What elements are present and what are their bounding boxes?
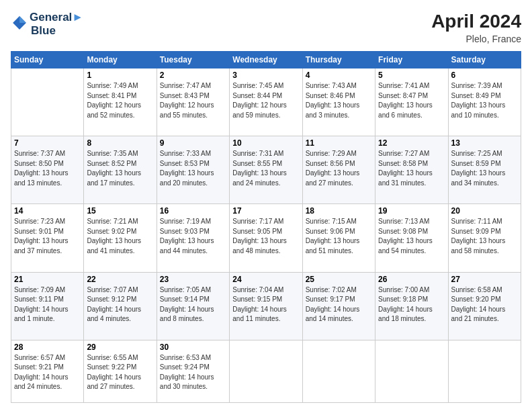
col-friday: Friday [375, 52, 448, 68]
day-number: 21 [14, 275, 81, 284]
day-number: 26 [378, 275, 445, 284]
day-info: Sunrise: 6:58 AM Sunset: 9:20 PM Dayligh… [451, 285, 518, 324]
day-info: Sunrise: 7:37 AM Sunset: 8:50 PM Dayligh… [14, 149, 81, 188]
table-row: 21Sunrise: 7:09 AM Sunset: 9:11 PM Dayli… [11, 272, 84, 340]
table-row: 13Sunrise: 7:25 AM Sunset: 8:59 PM Dayli… [448, 136, 521, 204]
table-row: 9Sunrise: 7:33 AM Sunset: 8:53 PM Daylig… [157, 136, 229, 204]
day-number: 22 [87, 275, 153, 284]
day-info: Sunrise: 6:55 AM Sunset: 9:22 PM Dayligh… [87, 353, 153, 392]
col-sunday: Sunday [11, 52, 84, 68]
day-number: 2 [160, 71, 226, 80]
day-info: Sunrise: 7:29 AM Sunset: 8:56 PM Dayligh… [306, 149, 372, 188]
day-info: Sunrise: 7:25 AM Sunset: 8:59 PM Dayligh… [451, 149, 518, 188]
day-info: Sunrise: 7:02 AM Sunset: 9:17 PM Dayligh… [306, 285, 372, 324]
table-row [230, 340, 302, 402]
table-row [11, 68, 84, 136]
table-row: 24Sunrise: 7:04 AM Sunset: 9:15 PM Dayli… [230, 272, 302, 340]
day-number: 20 [451, 206, 518, 216]
svg-marker-1 [19, 16, 26, 23]
day-number: 1 [87, 71, 153, 80]
day-number: 23 [160, 275, 226, 284]
day-info: Sunrise: 7:00 AM Sunset: 9:18 PM Dayligh… [378, 285, 445, 324]
header: General► Blue April 2024 Plelo, France [11, 11, 521, 44]
day-number: 4 [306, 71, 372, 80]
table-row [375, 340, 448, 402]
day-number: 3 [232, 71, 299, 80]
table-row: 6Sunrise: 7:39 AM Sunset: 8:49 PM Daylig… [448, 68, 521, 136]
day-number: 25 [306, 275, 372, 284]
day-info: Sunrise: 7:43 AM Sunset: 8:46 PM Dayligh… [306, 81, 372, 120]
table-row: 22Sunrise: 7:07 AM Sunset: 9:12 PM Dayli… [84, 272, 157, 340]
table-row: 25Sunrise: 7:02 AM Sunset: 9:17 PM Dayli… [302, 272, 375, 340]
table-row: 17Sunrise: 7:17 AM Sunset: 9:05 PM Dayli… [230, 204, 302, 272]
table-row: 29Sunrise: 6:55 AM Sunset: 9:22 PM Dayli… [84, 340, 157, 402]
day-info: Sunrise: 7:07 AM Sunset: 9:12 PM Dayligh… [87, 285, 153, 324]
day-number: 12 [378, 138, 445, 148]
day-number: 15 [87, 206, 153, 216]
day-info: Sunrise: 7:15 AM Sunset: 9:06 PM Dayligh… [306, 217, 372, 256]
table-row: 23Sunrise: 7:05 AM Sunset: 9:14 PM Dayli… [157, 272, 229, 340]
day-info: Sunrise: 7:45 AM Sunset: 8:44 PM Dayligh… [232, 81, 299, 120]
day-info: Sunrise: 6:53 AM Sunset: 9:24 PM Dayligh… [160, 353, 226, 392]
day-number: 13 [451, 138, 518, 148]
table-row: 14Sunrise: 7:23 AM Sunset: 9:01 PM Dayli… [11, 204, 84, 272]
day-info: Sunrise: 7:27 AM Sunset: 8:58 PM Dayligh… [378, 149, 445, 188]
day-number: 5 [378, 71, 445, 80]
table-row: 12Sunrise: 7:27 AM Sunset: 8:58 PM Dayli… [375, 136, 448, 204]
day-number: 7 [14, 138, 81, 148]
day-info: Sunrise: 7:23 AM Sunset: 9:01 PM Dayligh… [14, 217, 81, 256]
day-info: Sunrise: 7:05 AM Sunset: 9:14 PM Dayligh… [160, 285, 226, 324]
day-number: 28 [14, 342, 81, 352]
location: Plelo, France [431, 34, 521, 44]
table-row: 10Sunrise: 7:31 AM Sunset: 8:55 PM Dayli… [230, 136, 302, 204]
day-info: Sunrise: 7:13 AM Sunset: 9:08 PM Dayligh… [378, 217, 445, 256]
day-number: 9 [160, 138, 226, 148]
table-row [448, 340, 521, 402]
day-number: 16 [160, 206, 226, 216]
col-wednesday: Wednesday [230, 52, 302, 68]
col-tuesday: Tuesday [157, 52, 229, 68]
day-number: 19 [378, 206, 445, 216]
table-row: 8Sunrise: 7:35 AM Sunset: 8:52 PM Daylig… [84, 136, 157, 204]
calendar-table: Sunday Monday Tuesday Wednesday Thursday… [11, 51, 521, 403]
table-row: 5Sunrise: 7:41 AM Sunset: 8:47 PM Daylig… [375, 68, 448, 136]
table-row: 4Sunrise: 7:43 AM Sunset: 8:46 PM Daylig… [302, 68, 375, 136]
table-row: 19Sunrise: 7:13 AM Sunset: 9:08 PM Dayli… [375, 204, 448, 272]
table-row: 7Sunrise: 7:37 AM Sunset: 8:50 PM Daylig… [11, 136, 84, 204]
day-info: Sunrise: 7:11 AM Sunset: 9:09 PM Dayligh… [451, 217, 518, 256]
day-number: 24 [232, 275, 299, 284]
table-row: 26Sunrise: 7:00 AM Sunset: 9:18 PM Dayli… [375, 272, 448, 340]
logo-text-line1: General► [30, 11, 83, 24]
col-thursday: Thursday [302, 52, 375, 68]
table-row: 16Sunrise: 7:19 AM Sunset: 9:03 PM Dayli… [157, 204, 229, 272]
day-info: Sunrise: 7:21 AM Sunset: 9:02 PM Dayligh… [87, 217, 153, 256]
table-row: 30Sunrise: 6:53 AM Sunset: 9:24 PM Dayli… [157, 340, 229, 402]
day-info: Sunrise: 7:39 AM Sunset: 8:49 PM Dayligh… [451, 81, 518, 120]
logo: General► Blue [11, 11, 83, 37]
day-number: 10 [232, 138, 299, 148]
day-number: 8 [87, 138, 153, 148]
table-row: 3Sunrise: 7:45 AM Sunset: 8:44 PM Daylig… [230, 68, 302, 136]
table-row: 2Sunrise: 7:47 AM Sunset: 8:43 PM Daylig… [157, 68, 229, 136]
day-info: Sunrise: 7:17 AM Sunset: 9:05 PM Dayligh… [232, 217, 299, 256]
title-block: April 2024 Plelo, France [431, 11, 521, 44]
day-number: 17 [232, 206, 299, 216]
day-number: 18 [306, 206, 372, 216]
table-row: 11Sunrise: 7:29 AM Sunset: 8:56 PM Dayli… [302, 136, 375, 204]
table-row: 15Sunrise: 7:21 AM Sunset: 9:02 PM Dayli… [84, 204, 157, 272]
day-info: Sunrise: 7:49 AM Sunset: 8:41 PM Dayligh… [87, 81, 153, 120]
logo-text-line2: Blue [31, 24, 83, 38]
table-row: 28Sunrise: 6:57 AM Sunset: 9:21 PM Dayli… [11, 340, 84, 402]
table-row: 1Sunrise: 7:49 AM Sunset: 8:41 PM Daylig… [84, 68, 157, 136]
day-info: Sunrise: 6:57 AM Sunset: 9:21 PM Dayligh… [14, 353, 81, 392]
table-row: 20Sunrise: 7:11 AM Sunset: 9:09 PM Dayli… [448, 204, 521, 272]
day-info: Sunrise: 7:31 AM Sunset: 8:55 PM Dayligh… [232, 149, 299, 188]
table-row [302, 340, 375, 402]
day-info: Sunrise: 7:41 AM Sunset: 8:47 PM Dayligh… [378, 81, 445, 120]
col-monday: Monday [84, 52, 157, 68]
day-number: 11 [306, 138, 372, 148]
table-row: 18Sunrise: 7:15 AM Sunset: 9:06 PM Dayli… [302, 204, 375, 272]
main-title: April 2024 [431, 11, 521, 32]
day-number: 14 [14, 206, 81, 216]
day-info: Sunrise: 7:35 AM Sunset: 8:52 PM Dayligh… [87, 149, 153, 188]
